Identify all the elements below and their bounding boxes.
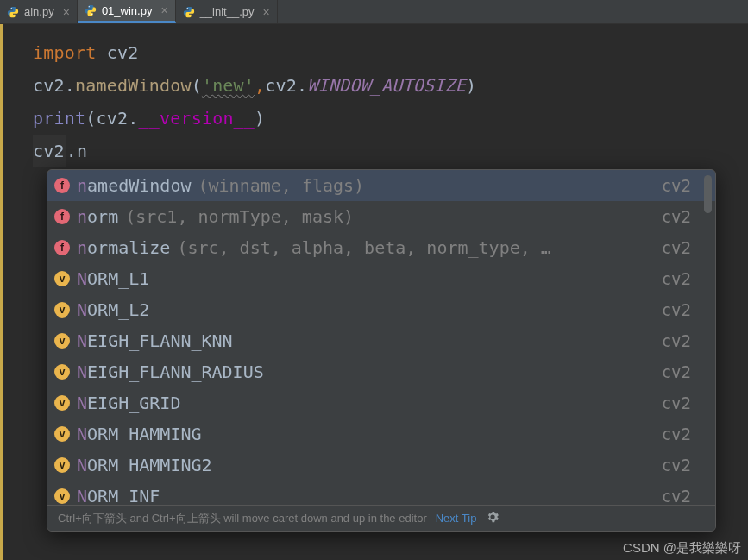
identifier: cv2 bbox=[96, 108, 128, 129]
identifier: cv2 bbox=[33, 75, 65, 96]
tab-ain-py[interactable]: ain.py × bbox=[0, 0, 78, 23]
completion-item[interactable]: fnorm(src1, normType, mask)cv2 bbox=[47, 201, 715, 232]
completion-origin: cv2 bbox=[662, 207, 691, 226]
completion-name: NORM_HAMMING bbox=[77, 424, 202, 444]
completion-name: NEIGH_GRID bbox=[77, 393, 180, 413]
completion-item[interactable]: vNORM_HAMMINGcv2 bbox=[47, 418, 715, 450]
completion-item[interactable]: vNORM_L2cv2 bbox=[47, 294, 715, 325]
string-literal: 'new' bbox=[202, 75, 255, 96]
identifier: cv2 bbox=[265, 75, 297, 96]
completion-origin: cv2 bbox=[662, 300, 691, 319]
completion-origin: cv2 bbox=[662, 456, 691, 475]
code-line[interactable]: print(cv2.__version__) bbox=[33, 102, 748, 135]
completion-item[interactable]: vNEIGH_FLANN_KNNcv2 bbox=[47, 325, 715, 356]
module-name: cv2 bbox=[107, 42, 139, 63]
completion-name: norm bbox=[77, 206, 118, 227]
completion-item[interactable]: vNEIGH_FLANN_RADIUScv2 bbox=[47, 356, 715, 387]
completion-item[interactable]: vNORM_INFcv2 bbox=[47, 481, 715, 505]
completion-footer: Ctrl+向下箭头 and Ctrl+向上箭头 will move caret … bbox=[47, 505, 715, 531]
tab-label: __init__.py bbox=[200, 5, 255, 18]
completion-list[interactable]: fnamedWindow(winname, flags)cv2fnorm(src… bbox=[47, 170, 715, 505]
watermark: CSDN @是我樂樂呀 bbox=[623, 540, 741, 557]
tab-label: ain.py bbox=[24, 5, 54, 18]
completion-name: NORM_L2 bbox=[77, 299, 149, 320]
completion-name: normalize bbox=[77, 237, 170, 258]
svg-point-4 bbox=[186, 8, 187, 9]
dunder-attr: __version__ bbox=[138, 108, 255, 129]
variable-icon: v bbox=[54, 333, 70, 349]
variable-icon: v bbox=[54, 488, 70, 504]
tab-init-py[interactable]: __init__.py × bbox=[176, 0, 278, 23]
completion-origin: cv2 bbox=[662, 269, 691, 288]
completion-origin: cv2 bbox=[662, 425, 691, 444]
completion-name: NORM_L1 bbox=[77, 268, 149, 289]
completion-popup: fnamedWindow(winname, flags)cv2fnorm(src… bbox=[47, 169, 716, 532]
completion-item[interactable]: fnormalize(src, dst, alpha, beta, norm_t… bbox=[47, 232, 715, 263]
function-icon: f bbox=[54, 240, 70, 255]
identifier: cv2 bbox=[33, 141, 65, 161]
tab-label: 01_win.py bbox=[102, 4, 153, 17]
svg-point-2 bbox=[89, 6, 90, 7]
completion-signature: (src, dst, alpha, beta, norm_type, … bbox=[177, 237, 550, 258]
completion-item[interactable]: vNORM_HAMMING2cv2 bbox=[47, 450, 715, 481]
python-file-icon bbox=[183, 6, 195, 18]
editor-tab-bar: ain.py × 01_win.py × __init__.py × bbox=[0, 0, 748, 24]
completion-name: NORM_HAMMING2 bbox=[77, 455, 212, 475]
variable-icon: v bbox=[54, 426, 70, 442]
close-icon[interactable]: × bbox=[63, 5, 70, 19]
python-file-icon bbox=[7, 6, 19, 18]
completion-item[interactable]: fnamedWindow(winname, flags)cv2 bbox=[47, 170, 715, 201]
completion-origin: cv2 bbox=[662, 331, 691, 350]
function-icon: f bbox=[54, 209, 70, 224]
gear-icon[interactable] bbox=[487, 511, 499, 525]
svg-point-3 bbox=[91, 14, 92, 15]
constant: WINDOW_AUTOSIZE bbox=[307, 75, 466, 96]
completion-signature: (src1, normType, mask) bbox=[125, 206, 354, 227]
function-icon: f bbox=[54, 178, 70, 193]
variable-icon: v bbox=[54, 395, 70, 411]
close-icon[interactable]: × bbox=[160, 3, 167, 17]
builtin-call: print bbox=[33, 108, 85, 129]
code-line[interactable]: import cv2 bbox=[33, 36, 748, 69]
svg-point-5 bbox=[190, 15, 191, 16]
code-editor[interactable]: import cv2 cv2.namedWindow('new',cv2.WIN… bbox=[0, 24, 748, 167]
completion-item[interactable]: vNEIGH_GRIDcv2 bbox=[47, 387, 715, 418]
scrollbar-thumb[interactable] bbox=[704, 175, 712, 213]
completion-origin: cv2 bbox=[662, 393, 691, 412]
completion-name: namedWindow bbox=[77, 175, 191, 196]
function-call: namedWindow bbox=[75, 75, 192, 96]
svg-point-0 bbox=[11, 8, 12, 9]
variable-icon: v bbox=[54, 302, 70, 318]
completion-name: NEIGH_FLANN_KNN bbox=[77, 330, 233, 351]
completion-origin: cv2 bbox=[662, 176, 691, 195]
svg-point-1 bbox=[14, 15, 15, 16]
code-line-current[interactable]: cv2.n bbox=[33, 135, 748, 167]
completion-origin: cv2 bbox=[662, 362, 691, 381]
keyword: import bbox=[33, 42, 96, 63]
close-icon[interactable]: × bbox=[263, 5, 270, 19]
variable-icon: v bbox=[54, 457, 70, 473]
completion-origin: cv2 bbox=[662, 487, 691, 505]
completion-signature: (winname, flags) bbox=[198, 175, 364, 196]
code-line[interactable]: cv2.namedWindow('new',cv2.WINDOW_AUTOSIZ… bbox=[33, 69, 748, 102]
gutter-marker bbox=[0, 24, 3, 560]
next-tip-link[interactable]: Next Tip bbox=[436, 512, 477, 525]
completion-origin: cv2 bbox=[662, 238, 691, 257]
completion-item[interactable]: vNORM_L1cv2 bbox=[47, 263, 715, 294]
variable-icon: v bbox=[54, 364, 70, 380]
hint-text: Ctrl+向下箭头 and Ctrl+向上箭头 will move caret … bbox=[58, 511, 427, 526]
variable-icon: v bbox=[54, 271, 70, 286]
typed-prefix: n bbox=[77, 141, 87, 161]
completion-name: NEIGH_FLANN_RADIUS bbox=[77, 362, 264, 382]
python-file-icon bbox=[85, 4, 97, 16]
tab-01-win-py[interactable]: 01_win.py × bbox=[78, 0, 176, 23]
completion-name: NORM_INF bbox=[77, 486, 160, 505]
